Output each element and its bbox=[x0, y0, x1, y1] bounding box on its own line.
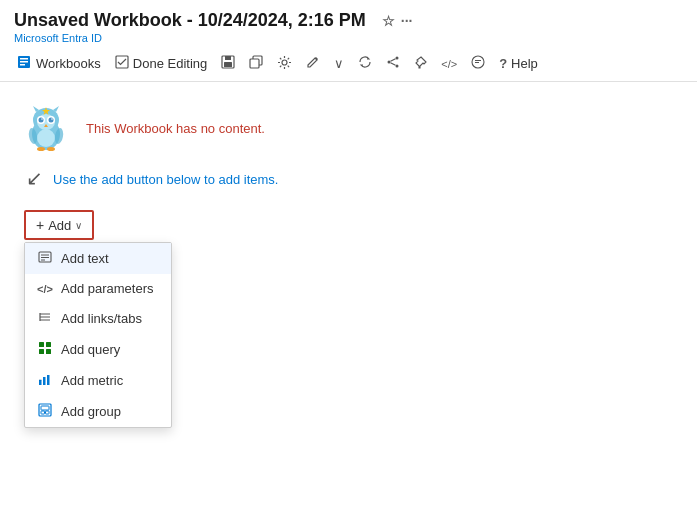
svg-rect-44 bbox=[46, 342, 51, 347]
add-query-icon bbox=[37, 341, 53, 358]
settings-icon bbox=[277, 55, 292, 73]
pin-icon[interactable]: ☆ bbox=[382, 13, 395, 29]
svg-rect-3 bbox=[20, 64, 25, 66]
help-label: Help bbox=[511, 56, 538, 71]
add-plus-icon: + bbox=[36, 217, 44, 233]
toolbar-refresh[interactable] bbox=[352, 51, 378, 76]
add-links-icon bbox=[37, 310, 53, 327]
dropdown-item-add-parameters[interactable]: </> Add parameters bbox=[25, 274, 171, 303]
toolbar: Workbooks Done Editing ∨ bbox=[0, 46, 697, 82]
dropdown-item-add-query[interactable]: Add query bbox=[25, 334, 171, 365]
svg-rect-1 bbox=[20, 58, 28, 60]
svg-rect-4 bbox=[116, 56, 128, 68]
svg-rect-6 bbox=[225, 56, 231, 60]
svg-rect-49 bbox=[47, 375, 50, 385]
svg-point-24 bbox=[39, 118, 44, 123]
copy-icon bbox=[249, 55, 263, 72]
chevron-down-icon: ∨ bbox=[334, 56, 344, 71]
svg-rect-52 bbox=[41, 406, 49, 410]
add-group-label: Add group bbox=[61, 404, 121, 419]
svg-point-11 bbox=[396, 57, 399, 60]
add-text-label: Add text bbox=[61, 251, 109, 266]
toolbar-save[interactable] bbox=[215, 51, 241, 76]
dropdown-item-add-metric[interactable]: Add metric bbox=[25, 365, 171, 396]
workbooks-icon bbox=[16, 54, 32, 73]
svg-point-13 bbox=[388, 61, 391, 64]
svg-line-14 bbox=[391, 59, 396, 62]
done-editing-icon bbox=[115, 55, 129, 72]
help-icon: ? bbox=[499, 56, 507, 71]
title-bar: Unsaved Workbook - 10/24/2024, 2:16 PM ☆… bbox=[0, 0, 697, 46]
svg-point-25 bbox=[49, 118, 54, 123]
add-metric-label: Add metric bbox=[61, 373, 123, 388]
share-icon bbox=[386, 55, 400, 72]
add-chevron-icon: ∨ bbox=[75, 220, 82, 231]
toolbar-feedback[interactable] bbox=[465, 51, 491, 76]
svg-point-27 bbox=[51, 118, 53, 120]
owl-icon bbox=[20, 102, 72, 154]
add-text-icon bbox=[37, 250, 53, 267]
svg-point-10 bbox=[282, 60, 287, 65]
svg-line-15 bbox=[391, 63, 396, 65]
add-params-label: Add parameters bbox=[61, 281, 154, 296]
add-params-icon: </> bbox=[37, 283, 53, 295]
svg-point-29 bbox=[37, 129, 55, 147]
svg-rect-46 bbox=[46, 349, 51, 354]
add-button-label: Add bbox=[48, 218, 71, 233]
add-query-label: Add query bbox=[61, 342, 120, 357]
toolbar-help[interactable]: ? Help bbox=[493, 52, 544, 75]
svg-rect-47 bbox=[39, 380, 42, 385]
more-icon[interactable]: ··· bbox=[401, 13, 413, 29]
svg-rect-48 bbox=[43, 377, 46, 385]
code-icon: </> bbox=[441, 58, 457, 70]
hint-message: Use the add button below to add items. bbox=[53, 172, 278, 187]
svg-point-26 bbox=[41, 118, 43, 120]
svg-rect-2 bbox=[20, 61, 28, 63]
refresh-icon bbox=[358, 55, 372, 72]
dropdown-item-add-text[interactable]: Add text bbox=[25, 243, 171, 274]
svg-rect-43 bbox=[39, 342, 44, 347]
content-area: This Workbook has no content. ↙ Use the … bbox=[0, 82, 697, 260]
svg-rect-54 bbox=[46, 411, 50, 414]
feedback-icon bbox=[471, 55, 485, 72]
workbooks-label: Workbooks bbox=[36, 56, 101, 71]
svg-rect-45 bbox=[39, 349, 44, 354]
add-group-icon bbox=[37, 403, 53, 420]
add-metric-icon bbox=[37, 372, 53, 389]
dropdown-item-add-group[interactable]: Add group bbox=[25, 396, 171, 427]
add-links-label: Add links/tabs bbox=[61, 311, 142, 326]
toolbar-copy[interactable] bbox=[243, 51, 269, 76]
add-dropdown-menu: Add text </> Add parameters Add links/ta… bbox=[24, 242, 172, 428]
subtitle: Microsoft Entra ID bbox=[14, 32, 413, 44]
workbook-message: This Workbook has no content. bbox=[20, 102, 677, 154]
svg-rect-9 bbox=[250, 59, 259, 68]
no-content-message: This Workbook has no content. bbox=[86, 121, 265, 136]
add-button-container: + Add ∨ Add text </> Add parameters Add … bbox=[24, 210, 94, 240]
toolbar-workbooks[interactable]: Workbooks bbox=[10, 50, 107, 77]
pin-toolbar-icon bbox=[414, 56, 427, 72]
svg-point-31 bbox=[47, 147, 55, 151]
toolbar-pencil[interactable] bbox=[300, 51, 326, 76]
svg-point-30 bbox=[37, 147, 45, 151]
toolbar-code[interactable]: </> bbox=[435, 54, 463, 74]
toolbar-settings[interactable] bbox=[271, 51, 298, 77]
toolbar-share[interactable] bbox=[380, 51, 406, 76]
add-button[interactable]: + Add ∨ bbox=[24, 210, 94, 240]
done-editing-label: Done Editing bbox=[133, 56, 207, 71]
dropdown-item-add-links[interactable]: Add links/tabs bbox=[25, 303, 171, 334]
svg-point-12 bbox=[396, 65, 399, 68]
pencil-icon bbox=[306, 55, 320, 72]
arrow-hint: ↙ Use the add button below to add items. bbox=[26, 170, 677, 190]
page-title: Unsaved Workbook - 10/24/2024, 2:16 PM bbox=[14, 10, 366, 31]
svg-rect-7 bbox=[224, 62, 232, 67]
svg-rect-53 bbox=[41, 411, 45, 414]
toolbar-chevron-down[interactable]: ∨ bbox=[328, 52, 350, 75]
save-icon bbox=[221, 55, 235, 72]
arrow-icon: ↙ bbox=[26, 166, 43, 190]
toolbar-pin[interactable] bbox=[408, 52, 433, 76]
toolbar-done-editing[interactable]: Done Editing bbox=[109, 51, 213, 76]
